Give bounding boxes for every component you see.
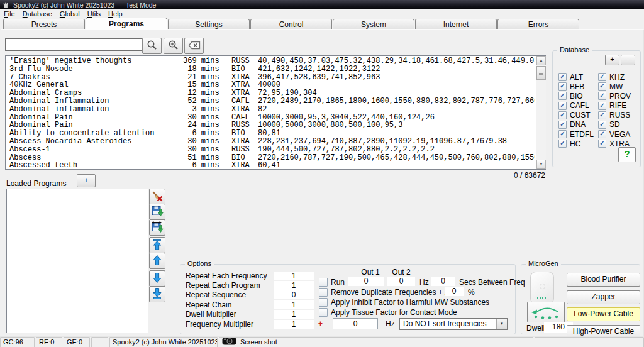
scrollbar-thumb[interactable] [536,66,546,80]
checkbox-cafl[interactable]: ✓ [558,102,567,110]
program-row[interactable]: Abdominal Pain 30 minsCAFL10000,3000,95,… [9,114,545,122]
microgen-button-zapper[interactable]: Zapper [567,290,640,304]
clear-loaded-button[interactable] [149,189,165,205]
checkbox-bio[interactable]: ✓ [558,92,567,100]
secs-between-freq-field[interactable]: 0 [431,277,455,286]
program-row[interactable]: 3rd Flu Nosode 18 minsBIO421,632,1242,14… [9,65,545,74]
loaded-programs-label: Loaded Programs [6,179,66,188]
tab-presets[interactable]: Presets [3,19,85,30]
option-value-field[interactable]: 1 [274,320,314,329]
chevron-down-icon[interactable]: ▼ [496,319,507,329]
tab-internet[interactable]: Internet [415,19,497,30]
status-screenshot-cell[interactable]: Screen shot [219,337,533,347]
tissue-factor-checkbox[interactable] [319,308,328,317]
clear-search-button[interactable] [184,38,204,54]
run-out1-field[interactable]: 0 [348,277,384,286]
move-down-button[interactable] [149,270,165,287]
microgen-wobble-button[interactable] [527,302,565,322]
tab-errors[interactable]: Errors [497,19,579,30]
program-database: XTRA [231,81,258,89]
remove-duplicates-percent-field[interactable]: 0 [445,287,464,296]
checkbox-mw[interactable]: ✓ [598,82,606,91]
option-value-field[interactable]: 1 [274,272,314,280]
program-row[interactable]: 7 Chakras 21 minsXTRA396,417,528,639,741… [9,74,545,82]
program-row[interactable]: Abscess-1 30 minsRUSS190,444,500,727,787… [9,146,545,154]
loaded-programs-listbox[interactable] [6,189,148,333]
program-row[interactable]: Abdominal Inflammation 52 minsCAFL2720,2… [9,97,545,106]
tab-system[interactable]: System [333,19,414,30]
option-value-field[interactable]: 1 [274,300,314,309]
program-name: Abdominal Cramps [9,89,183,97]
program-row[interactable]: Abdominal Cramps 12 minsXTRA72,95,190,30… [9,89,545,97]
program-list-scrollbar[interactable]: ▲ ▼ [536,56,546,169]
option-value-field[interactable]: 1 [274,310,314,319]
remove-duplicates-checkbox[interactable] [319,288,328,297]
database-select-none-button[interactable]: - [621,55,635,65]
program-row[interactable]: Abscess Nocardia Asteroides 30 minsXTRA2… [9,138,545,146]
run-checkbox[interactable] [319,278,328,287]
microgen-button-blood-purifier[interactable]: Blood Purifier [567,273,640,287]
database-label: SD [609,120,620,129]
checkbox-vega[interactable]: ✓ [598,130,606,138]
program-count: 0 / 63672 [440,171,545,180]
load-loaded-button[interactable] [149,219,165,236]
program-row[interactable]: Abscessed teeth 6 minsXTRA60,41 [9,162,545,170]
program-duration: 30 mins [183,114,231,122]
database-checkbox-columns: ✓ALT✓BFB✓BIO✓CAFL✓CUST✓DNA✓ETDFL✓HC ✓KHZ… [558,72,638,149]
checkbox-etdfl[interactable]: ✓ [558,130,567,138]
sort-frequencies-dropdown[interactable]: Do NOT sort frequencies ▼ [399,318,508,330]
menu-item-help[interactable]: Help [104,10,126,18]
checkbox-cust[interactable]: ✓ [558,111,567,119]
save-loaded-button[interactable] [149,204,165,220]
checkbox-alt[interactable]: ✓ [558,73,567,81]
program-row[interactable]: 'Erasing' negative thoughts369 minsRUSS4… [9,57,545,65]
program-row[interactable]: Abdominal inflammation 3 minsXTRA82 [9,106,545,114]
wobble-hz-field[interactable]: 0 [333,318,378,329]
checkbox-rife[interactable]: ✓ [598,102,606,110]
checkbox-bfb[interactable]: ✓ [558,82,567,91]
tab-programs[interactable]: Programs [86,18,167,30]
database-row: ✓HC [558,139,598,148]
checkbox-hc[interactable]: ✓ [558,140,567,148]
program-row[interactable]: 40KHz General 15 minsXTRA40000 [9,81,545,89]
checkbox-khz[interactable]: ✓ [598,73,606,81]
tab-control[interactable]: Control [250,19,332,30]
program-list[interactable]: 'Erasing' negative thoughts369 minsRUSS4… [5,55,546,170]
database-help-button[interactable]: ? [618,147,636,162]
search-button[interactable] [142,38,162,54]
option-value-field[interactable]: 0 [274,290,314,299]
checkbox-russ[interactable]: ✓ [598,111,606,119]
checkbox-dna[interactable]: ✓ [558,121,567,129]
menu-item-file[interactable]: File [0,10,19,18]
program-database: XTRA [231,138,258,146]
checkbox-sd[interactable]: ✓ [598,121,606,129]
search-input[interactable] [5,38,142,51]
checkbox-prov[interactable]: ✓ [598,92,606,100]
menu-item-database[interactable]: Database [19,10,56,18]
status-cell: GE:0 [64,337,90,347]
status-cell-empty [535,337,644,347]
option-value-field[interactable]: 1 [274,281,314,290]
menu-item-global[interactable]: Global [56,10,84,18]
menu-item-utils[interactable]: Utils [84,10,104,18]
database-row: ✓MW [598,82,638,91]
move-top-button[interactable] [149,237,165,253]
inhibit-factor-checkbox[interactable] [319,298,328,307]
scroll-up-icon[interactable]: ▲ [536,56,546,65]
program-row[interactable]: Abdominal Pain 24 minsRUSS10000,5000,300… [9,121,545,129]
checkbox-xtra[interactable]: ✓ [598,140,606,148]
option-row: Repeat Sequence0 [186,290,319,300]
scroll-down-icon[interactable]: ▼ [536,160,546,169]
program-row[interactable]: Ability to concentrate attention 6 minsB… [9,129,545,138]
search-zoom-button[interactable] [164,38,183,54]
program-row[interactable]: Abscess 51 minsBIO2720,2160,787,727,190,… [9,154,545,162]
tissue-factor-label: Apply Tissue Factor for Contact Mode [331,308,457,317]
run-out2-field[interactable]: 0 [387,277,415,286]
add-loaded-program-button[interactable]: + [77,174,96,187]
tab-settings[interactable]: Settings [168,19,250,30]
move-up-button[interactable] [149,253,165,269]
microgen-button-low-power-cable[interactable]: Low-Power Cable [567,307,640,321]
database-select-all-button[interactable]: + [605,55,619,65]
run-hz-label: Hz [419,278,429,287]
move-bottom-button[interactable] [149,286,165,302]
